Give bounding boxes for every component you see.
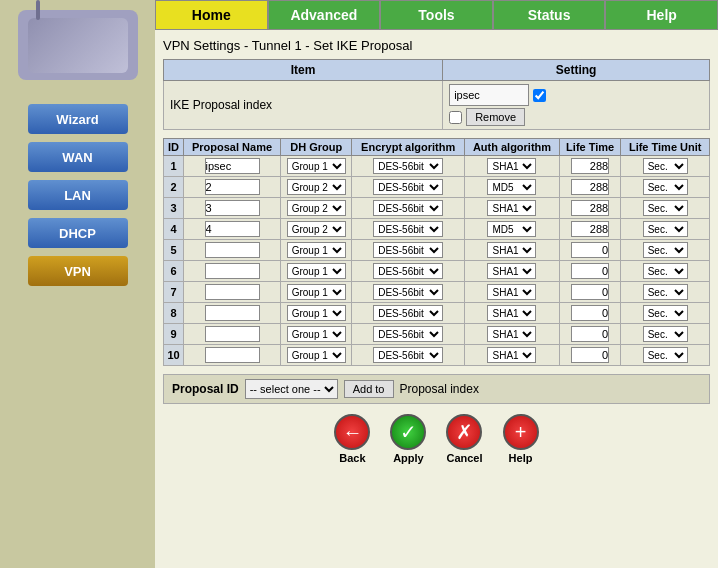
name-input[interactable] [205,242,260,258]
auth-select[interactable]: SHA1MD5 [487,221,536,237]
unit-select[interactable]: Sec.Min.Hour [643,263,688,279]
lifetime-input[interactable] [571,347,609,363]
lifetime-input[interactable] [571,326,609,342]
nav-help[interactable]: Help [605,0,718,30]
unit-select[interactable]: Sec.Min.Hour [643,242,688,258]
lifetime-input[interactable] [571,221,609,237]
lan-button[interactable]: LAN [28,180,128,210]
enc-select[interactable]: DES-56bit3DES-168bitAES-128bit [373,200,443,216]
table-row: 7Group 1Group 2Group 5DES-56bit3DES-168b… [164,282,710,303]
col-proposal-name: Proposal Name [184,139,281,156]
wizard-button[interactable]: Wizard [28,104,128,134]
table-row: 9Group 1Group 2Group 5DES-56bit3DES-168b… [164,324,710,345]
auth-select[interactable]: SHA1MD5 [487,242,536,258]
cancel-action[interactable]: ✗ Cancel [446,414,482,464]
lifetime-input[interactable] [571,263,609,279]
wan-button[interactable]: WAN [28,142,128,172]
name-input[interactable] [205,305,260,321]
apply-action[interactable]: ✓ Apply [390,414,426,464]
dh-select[interactable]: Group 1Group 2Group 5 [287,158,346,174]
enc-select[interactable]: DES-56bit3DES-168bitAES-128bit [373,179,443,195]
lifetime-input[interactable] [571,158,609,174]
nav-tools[interactable]: Tools [380,0,493,30]
cell-unit: Sec.Min.Hour [621,240,710,261]
name-input[interactable] [205,347,260,363]
table-row: 10Group 1Group 2Group 5DES-56bit3DES-168… [164,345,710,366]
lifetime-input[interactable] [571,200,609,216]
unit-select[interactable]: Sec.Min.Hour [643,179,688,195]
enc-select[interactable]: DES-56bit3DES-168bitAES-128bit [373,221,443,237]
ike-value-input[interactable] [449,84,529,106]
auth-select[interactable]: SHA1MD5 [487,263,536,279]
cell-dh: Group 1Group 2Group 5 [281,240,352,261]
cell-enc: DES-56bit3DES-168bitAES-128bit [352,177,465,198]
unit-select[interactable]: Sec.Min.Hour [643,284,688,300]
cell-id: 9 [164,324,184,345]
ike-checkbox2[interactable] [449,111,462,124]
cell-name [184,303,281,324]
dh-select[interactable]: Group 1Group 2Group 5 [287,179,346,195]
cancel-label: Cancel [446,452,482,464]
dh-select[interactable]: Group 1Group 2Group 5 [287,221,346,237]
dh-select[interactable]: Group 1Group 2Group 5 [287,242,346,258]
enc-select[interactable]: DES-56bit3DES-168bitAES-128bit [373,326,443,342]
auth-select[interactable]: SHA1MD5 [487,200,536,216]
cell-name [184,282,281,303]
cell-name [184,240,281,261]
help-action[interactable]: + Help [503,414,539,464]
dh-select[interactable]: Group 1Group 2Group 5 [287,200,346,216]
lifetime-input[interactable] [571,284,609,300]
add-to-button[interactable]: Add to [344,380,394,398]
lifetime-input[interactable] [571,305,609,321]
name-input[interactable] [205,284,260,300]
name-input[interactable] [205,326,260,342]
auth-select[interactable]: SHA1MD5 [487,347,536,363]
dh-select[interactable]: Group 1Group 2Group 5 [287,326,346,342]
proposal-id-select[interactable]: -- select one -- [245,379,338,399]
auth-select[interactable]: SHA1MD5 [487,305,536,321]
dhcp-button[interactable]: DHCP [28,218,128,248]
apply-icon: ✓ [390,414,426,450]
unit-select[interactable]: Sec.Min.Hour [643,326,688,342]
enc-select[interactable]: DES-56bit3DES-168bitAES-128bit [373,347,443,363]
vpn-button[interactable]: VPN [28,256,128,286]
nav-home[interactable]: Home [155,0,268,30]
name-input[interactable] [205,221,260,237]
unit-select[interactable]: Sec.Min.Hour [643,221,688,237]
enc-select[interactable]: DES-56bit3DES-168bitAES-128bit [373,284,443,300]
unit-select[interactable]: Sec.Min.Hour [643,305,688,321]
unit-select[interactable]: Sec.Min.Hour [643,200,688,216]
unit-select[interactable]: Sec.Min.Hour [643,158,688,174]
auth-select[interactable]: SHA1MD5 [487,284,536,300]
enc-select[interactable]: DES-56bit3DES-168bitAES-128bit [373,158,443,174]
name-input[interactable] [205,263,260,279]
cell-dh: Group 1Group 2Group 5 [281,261,352,282]
unit-select[interactable]: Sec.Min.Hour [643,347,688,363]
apply-label: Apply [393,452,424,464]
enc-select[interactable]: DES-56bit3DES-168bitAES-128bit [373,242,443,258]
nav-advanced[interactable]: Advanced [268,0,381,30]
cell-name [184,345,281,366]
dh-select[interactable]: Group 1Group 2Group 5 [287,263,346,279]
col-dh-group: DH Group [281,139,352,156]
name-input[interactable] [205,158,260,174]
ike-checkbox[interactable] [533,89,546,102]
dh-select[interactable]: Group 1Group 2Group 5 [287,305,346,321]
enc-select[interactable]: DES-56bit3DES-168bitAES-128bit [373,263,443,279]
dh-select[interactable]: Group 1Group 2Group 5 [287,347,346,363]
enc-select[interactable]: DES-56bit3DES-168bitAES-128bit [373,305,443,321]
cell-lifetime [559,240,620,261]
name-input[interactable] [205,200,260,216]
auth-select[interactable]: SHA1MD5 [487,158,536,174]
name-input[interactable] [205,179,260,195]
lifetime-input[interactable] [571,242,609,258]
ike-label: IKE Proposal index [164,81,443,130]
back-icon: ← [334,414,370,450]
auth-select[interactable]: SHA1MD5 [487,326,536,342]
dh-select[interactable]: Group 1Group 2Group 5 [287,284,346,300]
lifetime-input[interactable] [571,179,609,195]
nav-status[interactable]: Status [493,0,606,30]
remove-button[interactable]: Remove [466,108,525,126]
back-action[interactable]: ← Back [334,414,370,464]
auth-select[interactable]: SHA1MD5 [487,179,536,195]
